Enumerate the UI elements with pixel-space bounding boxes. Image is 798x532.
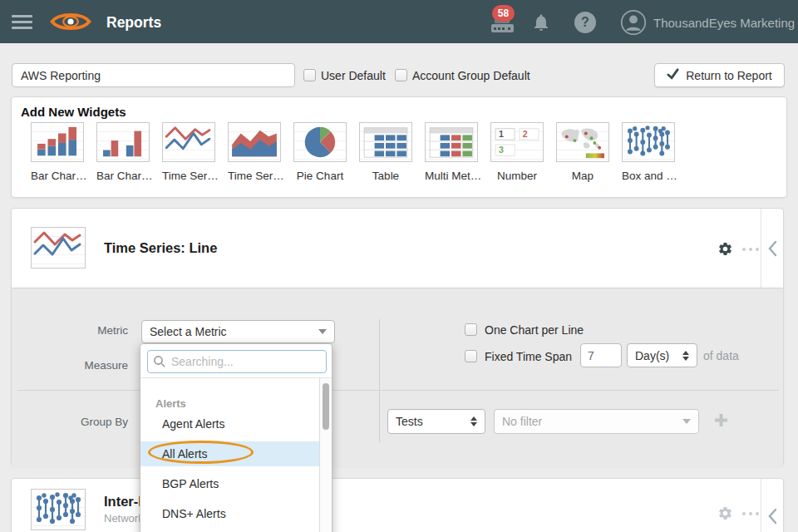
table-icon <box>359 122 412 162</box>
check-icon <box>667 68 679 82</box>
map-icon <box>556 122 609 162</box>
widget-bar-chart-stacked[interactable]: Bar Char… <box>31 122 84 182</box>
one-chart-per-line-label: One Chart per Line <box>485 323 584 337</box>
plus-icon <box>714 413 728 427</box>
avatar[interactable] <box>620 9 647 39</box>
widget-time-series-area[interactable]: Time Ser… <box>228 122 281 182</box>
return-to-report-button[interactable]: Return to Report <box>654 63 785 87</box>
time-series-widget-icon <box>31 227 86 268</box>
chevron-down-icon <box>682 419 691 424</box>
group-by-type-select[interactable]: Tests <box>387 409 485 434</box>
metric-select[interactable]: Select a Metric <box>141 320 335 343</box>
time-series-area-icon <box>228 122 281 162</box>
collapse-widget-button[interactable] <box>761 479 784 532</box>
svg-text:1: 1 <box>499 129 504 139</box>
widget-config-area: Metric Measure Group By Select a Metric … <box>12 288 783 467</box>
page-title: Reports <box>106 14 161 32</box>
widget-number[interactable]: 1 2 3 Number <box>490 122 544 182</box>
chevron-left-icon <box>766 507 780 525</box>
metric-group-label: Alerts <box>155 397 186 410</box>
account-group-default-label: Account Group Default <box>412 69 530 82</box>
bar-chart-stacked-icon <box>31 122 84 162</box>
return-to-report-label: Return to Report <box>686 69 772 82</box>
of-data-label: of data <box>703 349 739 362</box>
add-new-widgets-title: Add New Widgets <box>21 105 126 119</box>
widget-pie-chart[interactable]: Pie Chart <box>293 122 347 182</box>
fixed-time-span-input[interactable] <box>580 343 622 367</box>
time-series-widget-panel: Time Series: Line Metric Measure Group B… <box>11 208 784 466</box>
metric-search-input[interactable] <box>147 350 327 373</box>
up-down-arrows-icon <box>682 351 689 361</box>
widget-multi-metric-table[interactable]: Multi Met… <box>425 122 478 182</box>
scrollbar[interactable] <box>319 378 332 532</box>
notification-count-badge: 58 <box>492 5 515 22</box>
number-icon: 1 2 3 <box>490 122 544 162</box>
metric-option-bgp-alerts[interactable]: BGP Alerts <box>140 471 319 496</box>
widget-box-and-whiskers[interactable]: Box and … <box>622 122 675 182</box>
metric-label: Metric <box>37 324 128 337</box>
top-nav-bar: Reports 58 ? ThousandEyes Marketing <box>0 0 798 43</box>
pie-chart-icon <box>293 122 347 162</box>
add-filter-button[interactable] <box>714 413 728 431</box>
search-icon <box>153 355 166 372</box>
gear-icon[interactable] <box>717 241 734 258</box>
time-series-line-icon <box>162 122 215 162</box>
time-series-widget-title: Time Series: Line <box>104 240 217 256</box>
gear-icon[interactable] <box>717 505 734 522</box>
account-name[interactable]: ThousandEyes Marketing <box>653 16 795 30</box>
box-whiskers-widget-icon <box>31 489 86 530</box>
user-default-checkbox[interactable] <box>303 69 316 81</box>
bell-icon[interactable] <box>531 12 551 36</box>
multi-metric-table-icon <box>425 122 478 162</box>
chevron-down-icon <box>318 329 327 334</box>
widget-map[interactable]: Map <box>556 122 609 182</box>
metric-option-all-alerts[interactable]: All Alerts <box>140 441 319 466</box>
metric-dropdown-panel: Alerts Agent Alerts All Alerts BGP Alert… <box>140 343 332 532</box>
reports-page: Reports 58 ? ThousandEyes Marketing User… <box>0 0 798 532</box>
help-icon[interactable]: ? <box>574 12 596 33</box>
group-by-label: Group By <box>37 416 128 428</box>
account-group-default-checkbox[interactable] <box>395 69 407 81</box>
thousandeyes-logo-icon[interactable] <box>50 9 91 34</box>
fixed-time-span-label: Fixed Time Span <box>485 350 572 363</box>
metric-list: Alerts Agent Alerts All Alerts BGP Alert… <box>140 377 332 532</box>
hamburger-menu-icon[interactable] <box>12 15 32 29</box>
more-options-icon[interactable] <box>742 248 759 251</box>
metric-option-dns-alerts[interactable]: DNS+ Alerts <box>140 501 319 526</box>
up-down-arrows-icon <box>470 416 477 426</box>
one-chart-per-line-checkbox[interactable] <box>465 323 477 336</box>
widget-table[interactable]: Table <box>359 122 412 182</box>
time-unit-select[interactable]: Day(s) <box>627 343 697 367</box>
svg-text:3: 3 <box>499 145 504 155</box>
add-new-widgets-panel: Add New Widgets Bar Char… <box>11 96 787 198</box>
bar-chart-grouped-icon <box>96 122 150 162</box>
agent-notifications-button[interactable]: 58 <box>490 5 515 37</box>
widget-bar-chart-grouped[interactable]: Bar Char… <box>96 122 150 182</box>
box-whiskers-icon <box>622 122 675 162</box>
widget-time-series-line[interactable]: Time Ser… <box>162 122 215 182</box>
group-by-filter-select[interactable]: No filter <box>494 409 699 434</box>
measure-label: Measure <box>37 359 128 372</box>
user-default-label: User Default <box>321 69 386 82</box>
report-name-input[interactable] <box>12 63 295 87</box>
collapse-widget-button[interactable] <box>761 209 784 288</box>
bottom-widget-panel: Inter-R Network - <box>11 478 784 532</box>
fixed-time-span-checkbox[interactable] <box>465 350 477 362</box>
more-options-icon[interactable] <box>742 512 759 515</box>
scrollbar-thumb[interactable] <box>323 383 329 430</box>
metric-option-agent-alerts[interactable]: Agent Alerts <box>140 411 319 436</box>
chevron-left-icon <box>766 239 780 258</box>
svg-text:2: 2 <box>523 129 528 139</box>
